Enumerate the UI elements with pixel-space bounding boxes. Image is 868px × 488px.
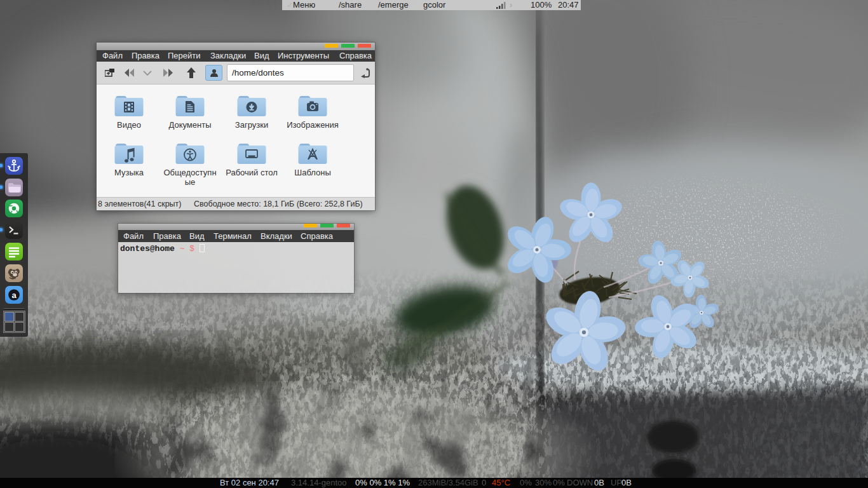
svg-text:a: a (11, 290, 17, 300)
